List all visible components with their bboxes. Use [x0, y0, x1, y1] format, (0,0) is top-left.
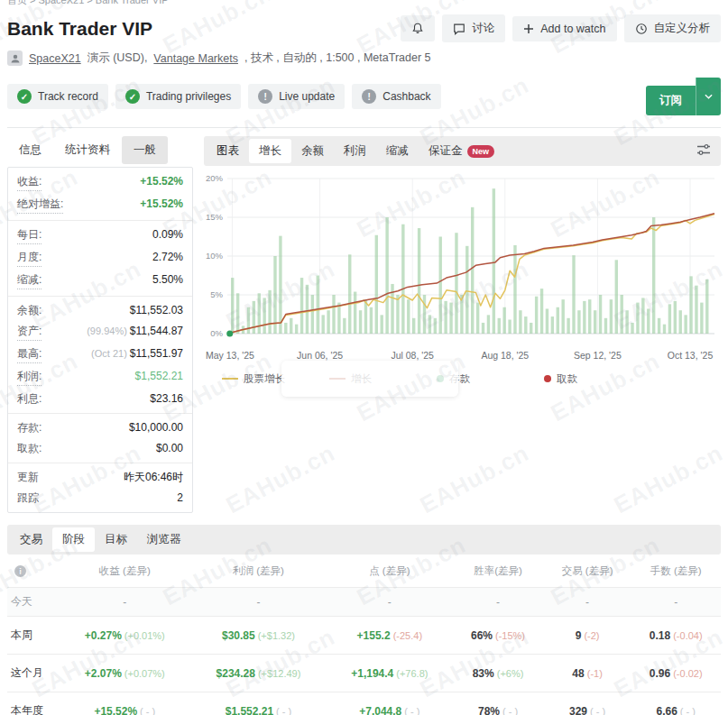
tab-margin[interactable]: 保证金 New [419, 139, 504, 163]
stat-prefix: (Oct 21) [91, 348, 127, 359]
badge-cashback[interactable]: ! Cashback [352, 84, 440, 109]
tab-goals[interactable]: 目标 [95, 527, 137, 552]
stat-row-highest: 最高: (Oct 21)$11,551.97 [8, 344, 192, 366]
badge-label: Trading privileges [146, 90, 231, 103]
chart-tabbar: 图表 增长 余额 利润 缩减 保证金 New [204, 136, 721, 166]
cell: - [60, 588, 190, 617]
subscribe-button[interactable]: 订阅 [646, 86, 696, 115]
chevron-down-icon [705, 94, 713, 99]
badge-label: Track record [38, 90, 98, 103]
tab-growth[interactable]: 增长 [249, 139, 291, 163]
stat-label: 存款: [17, 420, 41, 435]
sliders-icon [696, 143, 711, 156]
badge-live-update[interactable]: ! Live update [248, 84, 345, 109]
stat-value: $11,551.97 [130, 347, 183, 360]
bell-icon [411, 22, 424, 35]
svg-text:10%: 10% [206, 251, 224, 261]
chat-icon [453, 23, 465, 35]
stat-value: $11,552.03 [130, 304, 183, 316]
svg-text:0%: 0% [210, 328, 223, 338]
tab-trades[interactable]: 交易 [10, 527, 52, 552]
tab-browser[interactable]: 浏览器 [137, 527, 191, 552]
stat-row-abs-gain: 绝对增益: +15.52% [8, 194, 192, 216]
broker-link[interactable]: Vantage Markets [153, 52, 238, 65]
cell: - [452, 588, 543, 617]
periods-section: 交易 阶段 目标 浏览器 i 收益 (差异) 利润 (差异) 点 (差异) 胜率… [7, 525, 721, 715]
table-row-this-year: 本年度 +15.52%( - ) $1,552.21( - ) +7,044.8… [7, 692, 721, 715]
table-row-this-month: 这个月 +2.07%(+0.07%) $234.28(+$12.49) +1,1… [7, 655, 721, 692]
svg-text:Jul 08, '25: Jul 08, '25 [391, 350, 434, 361]
badge-track-record[interactable]: ✓ Track record [7, 84, 108, 109]
legend-label: 取款 [557, 372, 577, 386]
cell-diff: (-0.04) [673, 630, 702, 641]
stat-row-tracking: 跟踪 2 [8, 488, 192, 509]
stat-row-deposits: 存款: $10,000.00 [8, 417, 192, 438]
stat-row-gain: 收益: +15.52% [8, 171, 192, 194]
stat-row-interest: 利息: $23.16 [8, 389, 192, 409]
stat-value: +15.52% [140, 197, 183, 210]
growth-chart[interactable]: 20%15%10%5%0%May 13, '25Jun 06, '25Jul 0… [204, 168, 723, 368]
col-winrate: 胜率(差异) [452, 555, 543, 588]
cell-value: $1,552.21 [226, 705, 273, 715]
notifications-button[interactable] [401, 15, 435, 41]
svg-text:Aug 18, '25: Aug 18, '25 [481, 350, 529, 361]
check-circle-icon: ✓ [17, 89, 32, 104]
cell-diff: ( - ) [276, 706, 291, 715]
tab-general[interactable]: 一般 [122, 136, 168, 164]
cell-diff: (+0.01%) [124, 630, 165, 641]
stat-value: 5.50% [152, 273, 183, 286]
clock-icon [635, 23, 648, 35]
tab-info[interactable]: 信息 [7, 136, 53, 164]
subscribe-dropdown-button[interactable] [696, 78, 721, 115]
tab-statistics[interactable]: 统计资料 [53, 136, 122, 164]
stat-row-balance: 余额: $11,552.03 [8, 300, 192, 321]
stat-row-withdrawals: 取款: $0.00 [8, 438, 192, 459]
row-label: 这个月 [7, 655, 60, 692]
badge-trading-privileges[interactable]: ✓ Trading privileges [115, 84, 241, 109]
legend-label: 股票增长 [244, 372, 285, 386]
legend-withdrawals[interactable]: 取款 [544, 372, 651, 386]
chart-settings-button[interactable] [689, 140, 718, 162]
stat-row-drawdown: 缩减: 5.50% [8, 270, 192, 292]
row-label: 今天 [7, 588, 60, 617]
exclamation-circle-icon: ! [258, 89, 272, 104]
subscribe-split-button[interactable]: 订阅 [646, 78, 721, 115]
exclamation-circle-icon: ! [362, 89, 376, 104]
tab-periods[interactable]: 阶段 [52, 527, 95, 552]
cell-diff: (+$1.32) [258, 630, 295, 641]
cell-value: 0.18 [650, 629, 670, 642]
custom-analysis-button[interactable]: 自定义分析 [624, 14, 722, 42]
period-table: i 收益 (差异) 利润 (差异) 点 (差异) 胜率(差异) 交易 (差异) … [7, 555, 721, 715]
cell-diff: (+6%) [497, 668, 524, 679]
breadcrumb[interactable]: 首页 > SpaceX21 > Bank Trader VIP [7, 0, 721, 7]
svg-text:Oct 13, '25: Oct 13, '25 [668, 350, 714, 361]
tab-drawdown[interactable]: 缩减 [376, 139, 419, 163]
blurred-overlay [281, 361, 458, 397]
new-badge: New [467, 145, 495, 158]
stat-label: 更新 [17, 470, 39, 485]
line-swatch-icon [222, 378, 238, 380]
account-owner-link[interactable]: SpaceX21 [29, 52, 81, 65]
stat-label: 资产: [17, 324, 41, 341]
info-icon[interactable]: i [14, 565, 26, 577]
svg-text:15%: 15% [206, 212, 224, 222]
tab-profit[interactable]: 利润 [334, 139, 376, 163]
check-circle-icon: ✓ [125, 89, 140, 104]
col-gain: 收益 (差异) [60, 555, 190, 588]
periods-tabbar: 交易 阶段 目标 浏览器 [7, 525, 721, 555]
discuss-button[interactable]: 讨论 [442, 14, 505, 42]
stat-label: 月度: [17, 250, 41, 267]
stat-row-daily: 每日: 0.09% [8, 225, 192, 247]
add-to-watch-button[interactable]: Add to watch [512, 16, 616, 41]
tab-balance[interactable]: 余额 [291, 139, 334, 163]
stat-row-equity: 资产: (99.94%)$11,544.87 [8, 321, 192, 344]
cell-value: +15.52% [94, 705, 137, 715]
tab-margin-label: 保证金 [429, 143, 463, 159]
stat-value: $1,552.21 [135, 370, 183, 382]
cell: - [190, 588, 327, 617]
cell-value: 329 [569, 705, 587, 715]
chart-tabs-label: 图表 [207, 139, 249, 163]
cell: - [544, 588, 631, 617]
stat-value: $11,544.87 [130, 325, 183, 337]
svg-text:May 13, '25: May 13, '25 [206, 350, 254, 361]
